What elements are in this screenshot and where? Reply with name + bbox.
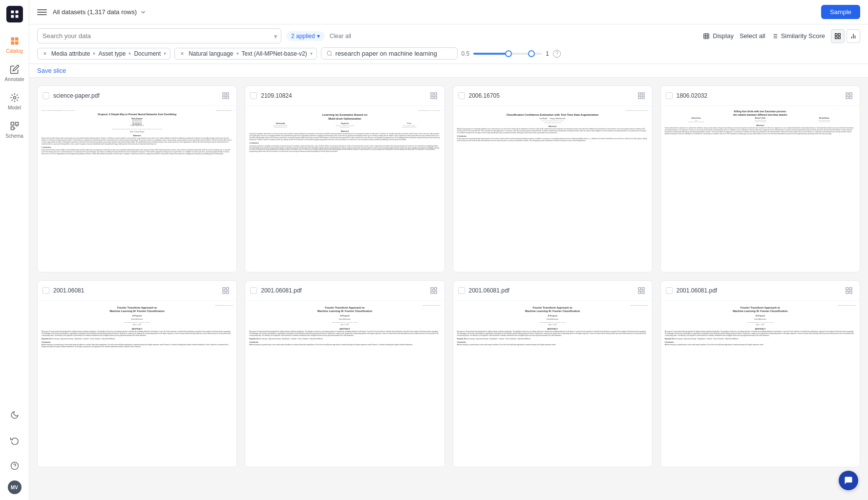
filter-bar: ▾ 2 applied ▾ Clear all Display Select a… — [29, 24, 868, 64]
display-button[interactable]: Display — [703, 32, 734, 40]
svg-rect-34 — [223, 96, 225, 99]
svg-rect-39 — [434, 96, 437, 99]
card-4-checkbox[interactable] — [666, 92, 673, 99]
card-1-header: science-paper.pdf — [38, 86, 236, 106]
svg-rect-33 — [227, 93, 229, 95]
top-navigation: All datasets (1,317 data rows) Sample — [29, 0, 868, 24]
chart-icon — [850, 33, 857, 40]
filter-tag-nl[interactable]: × Natural language ▾ Text (All-MPNet-bas… — [174, 48, 317, 60]
card-1-paper-content: Journal of Machine Learning Research 1-1… — [38, 106, 236, 272]
sidebar-item-catalog[interactable]: Catalog — [0, 30, 29, 59]
applied-badge: 2 applied ▾ — [286, 31, 325, 41]
card-1-checkbox[interactable] — [42, 92, 49, 99]
range-control: 0.5 1 ? — [462, 49, 561, 59]
nl-query-text: research paper on machine learning — [336, 50, 437, 57]
card-5: 2001.06081 2001.06081v2 [cs.LG] 31 Mar 2… — [37, 280, 237, 467]
help-tooltip-icon[interactable]: ? — [553, 50, 561, 58]
slider-thumb-left[interactable] — [505, 50, 512, 57]
range-slider[interactable] — [473, 49, 542, 59]
card-6-title: 2001.06081.pdf — [261, 287, 423, 294]
card-6-checkbox[interactable] — [250, 287, 257, 294]
main-content: All datasets (1,317 data rows) Sample ▾ … — [29, 0, 868, 500]
applied-count: 2 applied — [291, 33, 315, 40]
card-1-menu[interactable] — [220, 90, 232, 102]
svg-rect-32 — [223, 93, 225, 95]
search-input[interactable] — [37, 28, 281, 43]
card-1: science-paper.pdf Journal of Machine Lea… — [37, 85, 237, 272]
display-icon — [703, 33, 710, 40]
svg-rect-52 — [431, 288, 433, 290]
card-5-checkbox[interactable] — [42, 287, 49, 294]
card-2-title: 2109.10824 — [261, 92, 423, 99]
svg-rect-59 — [642, 291, 644, 293]
catalog-label: Catalog — [6, 48, 22, 54]
tag-document: Document — [134, 50, 161, 57]
card-6-header: 2001.06081.pdf — [245, 281, 444, 301]
sidebar-item-refresh[interactable] — [8, 430, 21, 451]
filter-tags-row: × Media attribute ▾ Asset type ▾ Documen… — [37, 47, 860, 60]
svg-rect-51 — [227, 291, 229, 293]
svg-rect-58 — [638, 291, 641, 293]
sidebar-item-schema[interactable]: Schema — [0, 115, 29, 144]
sidebar-item-darkmode[interactable] — [8, 404, 21, 426]
card-4-menu[interactable] — [843, 90, 855, 102]
nl-search-field[interactable]: research paper on machine learning — [321, 47, 458, 60]
close-icon-2[interactable]: × — [179, 50, 186, 57]
clear-all-button[interactable]: Clear all — [330, 33, 351, 40]
hamburger-menu[interactable] — [37, 7, 47, 17]
card-6-menu[interactable] — [428, 285, 440, 296]
svg-rect-3 — [15, 15, 18, 18]
display-label: Display — [713, 32, 734, 40]
select-all-button[interactable]: Select all — [740, 32, 765, 40]
svg-rect-44 — [846, 93, 848, 95]
card-2: 2109.10824 arXiv:2109.10824v1 [cs.CV] 22… — [245, 85, 445, 272]
svg-rect-6 — [15, 123, 18, 125]
chart-view-button[interactable] — [847, 29, 860, 43]
sidebar-item-annotate[interactable]: Annotate — [0, 59, 29, 87]
card-7-paper-content: 2001.06081v2 [cs.LG] 31 Mar 2020 Fourier… — [453, 301, 652, 467]
filter-tag-media[interactable]: × Media attribute ▾ Asset type ▾ Documen… — [37, 48, 170, 60]
sidebar-item-model[interactable]: Model — [0, 87, 29, 115]
card-3-header: 2006.16705 — [453, 86, 652, 106]
grid-view-button[interactable] — [831, 29, 845, 43]
card-4-preview: Killing four birds with one Gaussian pro… — [661, 106, 860, 272]
card-8-checkbox[interactable] — [666, 287, 673, 294]
sample-button[interactable]: Sample — [821, 5, 860, 19]
sidebar-item-help[interactable] — [8, 455, 21, 477]
svg-rect-61 — [849, 288, 852, 290]
card-3-menu[interactable] — [635, 90, 647, 102]
similarity-icon — [771, 33, 778, 40]
slider-fill — [473, 53, 508, 55]
annotate-icon — [9, 63, 21, 75]
card-7-menu[interactable] — [635, 285, 647, 296]
card-8-preview: 2001.06081v2 [cs.LG] 31 Mar 2020 Fourier… — [661, 301, 860, 467]
close-icon[interactable]: × — [42, 50, 48, 57]
chat-bubble[interactable] — [839, 471, 858, 490]
avatar[interactable]: MV — [8, 480, 21, 494]
card-4-paper-content: Killing four birds with one Gaussian pro… — [661, 106, 860, 272]
card-6-paper-content: 2001.06081v2 [cs.LG] 31 Mar 2020 Fourier… — [245, 301, 444, 467]
save-slice-link[interactable]: Save slice — [37, 67, 66, 74]
search-dropdown-icon: ▾ — [274, 32, 277, 40]
range-max-label: 1 — [546, 50, 549, 57]
svg-rect-0 — [11, 11, 14, 14]
svg-rect-41 — [642, 93, 644, 95]
card-8-menu[interactable] — [843, 285, 855, 296]
card-3-checkbox[interactable] — [458, 92, 465, 99]
card-5-menu[interactable] — [220, 285, 232, 296]
svg-rect-24 — [838, 33, 840, 35]
card-2-checkbox[interactable] — [250, 92, 257, 99]
svg-rect-26 — [838, 37, 840, 39]
card-7-checkbox[interactable] — [458, 287, 465, 294]
card-5-paper-content: 2001.06081v2 [cs.LG] 31 Mar 2020 Fourier… — [38, 301, 236, 467]
slider-thumb-right[interactable] — [528, 50, 535, 57]
similarity-score-button[interactable]: Similarity Score — [771, 32, 825, 40]
similarity-label: Similarity Score — [781, 32, 825, 40]
card-2-menu[interactable] — [428, 90, 440, 102]
catalog-icon — [9, 35, 21, 47]
tag-arrow3: ▾ — [164, 51, 166, 56]
app-logo — [6, 6, 23, 22]
svg-rect-53 — [434, 288, 437, 290]
dataset-selector[interactable]: All datasets (1,317 data rows) — [53, 8, 147, 16]
svg-rect-45 — [849, 93, 852, 95]
